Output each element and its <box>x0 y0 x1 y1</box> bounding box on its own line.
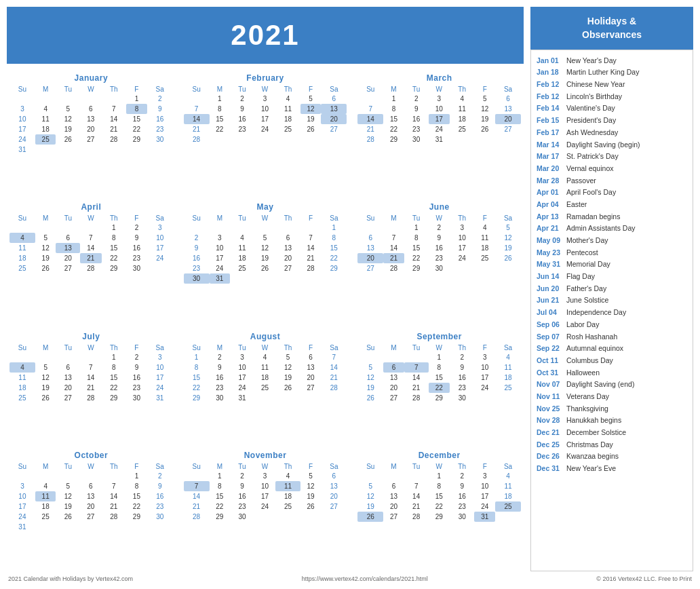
day-cell: 28 <box>357 134 383 145</box>
day-cell <box>102 145 127 155</box>
day-cell: 17 <box>9 124 35 134</box>
day-header-f: F <box>126 462 147 471</box>
day-cell: 6 <box>383 362 404 373</box>
holiday-name: Mother's Day <box>566 235 608 246</box>
day-cell: 30 <box>147 512 173 522</box>
day-cell: 22 <box>126 124 147 134</box>
day-header-m: M <box>35 85 56 94</box>
holiday-date: Apr 21 <box>537 223 562 233</box>
day-cell: 5 <box>56 104 80 114</box>
holiday-item: Jan 01New Year's Day <box>537 54 687 66</box>
month-may: MaySuMTuWThFSa12345678910111213141516171… <box>181 200 350 323</box>
day-cell <box>147 263 173 273</box>
day-cell: 7 <box>80 233 101 243</box>
day-cell: 27 <box>275 263 300 273</box>
day-cell <box>147 522 173 532</box>
day-cell: 15 <box>383 114 404 124</box>
day-cell: 6 <box>56 362 80 373</box>
day-cell: 29 <box>383 134 404 145</box>
day-cell: 9 <box>147 481 173 491</box>
day-cell: 3 <box>147 223 173 233</box>
day-cell: 26 <box>495 253 521 263</box>
day-cell <box>80 223 101 233</box>
holiday-name: Hanukkah begins <box>566 415 621 425</box>
holiday-date: Jun 20 <box>537 284 562 294</box>
day-cell <box>383 223 404 233</box>
day-cell: 23 <box>210 383 231 393</box>
day-header-th: Th <box>450 85 475 94</box>
day-cell: 7 <box>102 481 127 491</box>
day-cell: 20 <box>357 253 383 263</box>
day-cell: 2 <box>147 471 173 481</box>
day-cell: 18 <box>9 383 35 393</box>
day-cell <box>474 134 495 145</box>
day-cell: 21 <box>184 124 210 134</box>
day-cell: 19 <box>35 253 56 263</box>
day-cell: 21 <box>102 124 127 134</box>
day-cell: 4 <box>495 471 521 481</box>
day-cell: 16 <box>184 253 210 263</box>
day-cell: 9 <box>147 104 173 114</box>
day-header-sa: Sa <box>147 462 173 471</box>
month-table: SuMTuWThFSa12345678910111213141516171819… <box>184 85 347 145</box>
day-cell: 5 <box>357 481 383 491</box>
holiday-item: Nov 11Veterans Day <box>537 390 687 402</box>
day-cell: 29 <box>404 263 429 273</box>
day-cell: 20 <box>383 501 404 512</box>
day-cell: 23 <box>450 501 475 512</box>
day-cell: 31 <box>210 273 231 284</box>
day-cell: 1 <box>321 223 347 233</box>
day-cell: 19 <box>495 243 521 253</box>
day-cell: 9 <box>404 104 429 114</box>
day-cell: 24 <box>147 253 173 263</box>
day-cell: 10 <box>9 114 35 124</box>
day-cell: 24 <box>254 124 275 134</box>
day-cell: 10 <box>429 104 450 114</box>
day-cell: 10 <box>147 362 173 373</box>
day-cell <box>35 522 56 532</box>
day-cell: 20 <box>300 373 322 383</box>
day-header-tu: Tu <box>56 462 80 471</box>
day-cell <box>300 223 322 233</box>
day-header-sa: Sa <box>495 85 521 94</box>
day-cell: 27 <box>357 263 383 273</box>
month-september: SeptemberSuMTuWThFSa12345678910111213141… <box>355 329 524 442</box>
day-header-sa: Sa <box>321 462 347 471</box>
day-header-sa: Sa <box>321 85 347 94</box>
day-cell: 4 <box>35 104 56 114</box>
day-cell: 5 <box>56 481 80 491</box>
sidebar-header: Holidays &Observances <box>530 7 693 50</box>
holiday-date: Dec 25 <box>537 440 562 450</box>
day-cell: 2 <box>404 94 429 104</box>
day-cell: 8 <box>210 104 231 114</box>
day-cell: 1 <box>210 471 231 481</box>
day-cell: 18 <box>35 124 56 134</box>
day-cell: 11 <box>9 243 35 253</box>
month-table: SuMTuWThFSa12345678910111213141516171819… <box>184 343 347 403</box>
holiday-item: Dec 21December Solstice <box>537 427 687 439</box>
day-cell: 3 <box>210 233 231 243</box>
day-cell: 18 <box>35 501 56 512</box>
month-title: May <box>184 202 347 212</box>
day-cell: 12 <box>300 104 322 114</box>
day-header-su: Su <box>184 343 210 352</box>
month-march: MarchSuMTuWThFSa123456789101112131415161… <box>355 71 524 194</box>
month-january: JanuarySuMTuWThFSa1234567891011121314151… <box>7 71 176 194</box>
month-table: SuMTuWThFSa12345678910111213141516171819… <box>357 85 521 145</box>
day-cell: 27 <box>56 263 80 273</box>
day-cell <box>357 352 383 362</box>
holiday-date: Nov 07 <box>537 379 562 390</box>
day-cell: 21 <box>404 501 429 512</box>
day-cell: 8 <box>429 362 450 373</box>
day-cell: 26 <box>35 263 56 273</box>
day-cell: 4 <box>275 471 300 481</box>
day-cell: 14 <box>404 491 429 501</box>
holiday-date: Sep 22 <box>537 343 562 354</box>
day-cell: 3 <box>147 352 173 362</box>
day-header-w: W <box>80 85 101 94</box>
day-cell: 28 <box>102 512 127 522</box>
day-header-th: Th <box>102 214 127 223</box>
day-cell <box>210 134 231 145</box>
holiday-name: St. Patrick's Day <box>566 151 619 162</box>
day-cell: 26 <box>35 393 56 403</box>
